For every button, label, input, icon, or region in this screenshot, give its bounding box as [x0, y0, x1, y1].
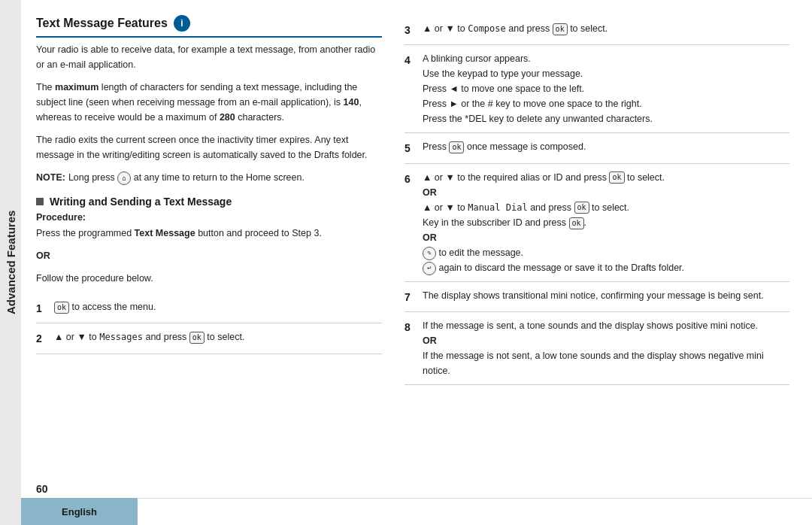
- bold-maximum: maximum: [55, 82, 98, 93]
- intro-para3: The radio exits the current screen once …: [36, 132, 382, 162]
- ok-btn-icon-5: ok: [449, 141, 464, 153]
- right-column: 3 ▲ or ▼ to Compose and press ok to sele…: [404, 15, 789, 472]
- or-6a: OR: [423, 187, 437, 198]
- procedure-text: Press the programmed Text Message button…: [36, 226, 382, 241]
- columns: Text Message Features i Your radio is ab…: [21, 0, 812, 480]
- or-8: OR: [423, 335, 437, 346]
- step-number-8: 8: [404, 319, 415, 335]
- bold-280: 280: [220, 112, 235, 123]
- info-icon: i: [174, 15, 190, 32]
- left-column: Text Message Features i Your radio is ab…: [36, 15, 382, 472]
- note-block: NOTE: Long press ⌂ at any time to return…: [36, 170, 382, 185]
- step-1: 1 ok to access the menu.: [36, 293, 382, 323]
- step-4: 4 A blinking cursor appears. Use the key…: [404, 45, 789, 133]
- left-steps-list: 1 ok to access the menu. 2 ▲ or ▼ to Mes…: [36, 293, 382, 354]
- sub-section-title: Writing and Sending a Text Message: [36, 196, 382, 208]
- language-label: English: [62, 506, 97, 517]
- ok-btn-icon-1: ok: [54, 302, 69, 314]
- follow-text: Follow the procedure below.: [36, 271, 382, 286]
- step-2-content: ▲ or ▼ to Messages and press ok to selec…: [54, 329, 382, 344]
- compose-mono: Compose: [468, 23, 506, 34]
- sub-section-label: Writing and Sending a Text Message: [50, 196, 232, 208]
- step-number-5: 5: [404, 140, 415, 156]
- ok-btn-icon-6c: ok: [569, 217, 584, 229]
- step-8: 8 If the message is sent, a tone sounds …: [404, 312, 789, 385]
- step-8-content: If the message is sent, a tone sounds an…: [423, 318, 789, 378]
- step-number-1: 1: [36, 300, 47, 317]
- sidebar-label: Advanced Features: [0, 0, 21, 525]
- step-3: 3 ▲ or ▼ to Compose and press ok to sele…: [404, 15, 789, 45]
- page-number: 60: [36, 483, 48, 495]
- step-number-3: 3: [404, 22, 415, 38]
- bottom-bar: English: [21, 498, 812, 525]
- step-7-content: The display shows transitional mini noti…: [423, 288, 789, 303]
- step-4-content: A blinking cursor appears. Use the keypa…: [423, 51, 789, 126]
- section-title-text: Text Message Features: [36, 17, 168, 30]
- step-2: 2 ▲ or ▼ to Messages and press ok to sel…: [36, 323, 382, 354]
- step-number-7: 7: [404, 289, 415, 305]
- step-number-4: 4: [404, 52, 415, 68]
- page-footer: 60: [21, 480, 812, 498]
- edit-btn-icon: ✎: [423, 247, 436, 260]
- or-6b: OR: [423, 232, 437, 243]
- step-3-content: ▲ or ▼ to Compose and press ok to select…: [423, 21, 789, 36]
- messages-mono: Messages: [99, 332, 143, 342]
- bold-140: 140: [344, 97, 359, 108]
- intro-para2: The maximum length of characters for sen…: [36, 80, 382, 125]
- step-1-content: ok to access the menu.: [54, 299, 382, 314]
- step-7: 7 The display shows transitional mini no…: [404, 282, 789, 312]
- intro-para1: Your radio is able to receive data, for …: [36, 42, 382, 72]
- note-content: Long press ⌂ at any time to return to th…: [68, 170, 304, 185]
- or-text-procedure: OR: [36, 248, 382, 263]
- procedure-label: Procedure:: [36, 212, 382, 223]
- text-message-bold: Text Message: [135, 228, 195, 238]
- step-number-2: 2: [36, 330, 47, 347]
- ok-btn-icon-6a: ok: [609, 171, 624, 184]
- step-6: 6 ▲ or ▼ to the required alias or ID and…: [404, 164, 789, 282]
- sub-section-icon: [36, 198, 44, 205]
- back-btn-icon: ↩: [423, 262, 436, 275]
- sidebar-label-text: Advanced Features: [5, 211, 17, 314]
- section-title: Text Message Features i: [36, 15, 382, 38]
- home-btn-icon: ⌂: [117, 171, 131, 185]
- language-tab[interactable]: English: [21, 498, 138, 525]
- ok-btn-icon-6b: ok: [574, 202, 589, 214]
- main-content: Text Message Features i Your radio is ab…: [21, 0, 812, 525]
- step-6-content: ▲ or ▼ to the required alias or ID and p…: [423, 170, 789, 275]
- note-label: NOTE:: [36, 170, 65, 185]
- step-number-6: 6: [404, 171, 415, 187]
- step-5-content: Press ok once message is composed.: [423, 139, 789, 154]
- bottom-fill: [138, 498, 812, 525]
- manual-dial-mono: Manual Dial: [468, 202, 527, 213]
- ok-btn-icon-2: ok: [189, 332, 205, 344]
- page-container: Advanced Features Text Message Features …: [0, 0, 812, 525]
- right-steps-list: 3 ▲ or ▼ to Compose and press ok to sele…: [404, 15, 789, 385]
- ok-btn-icon-3: ok: [553, 23, 568, 35]
- step-5: 5 Press ok once message is composed.: [404, 133, 789, 163]
